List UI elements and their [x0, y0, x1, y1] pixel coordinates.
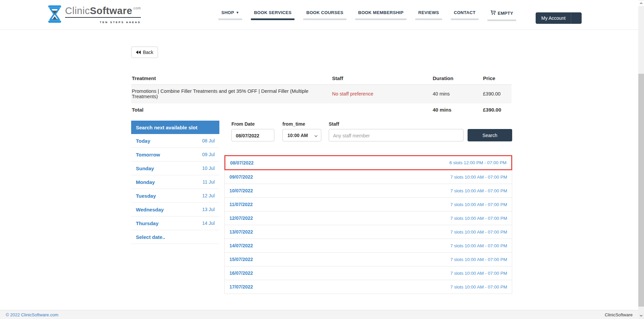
back-button[interactable]: Back: [131, 47, 158, 58]
nav-book-courses-label: BOOK COURSES: [303, 10, 346, 15]
nav-item-shop[interactable]: SHOP▼: [218, 10, 242, 20]
cart-label: EMPTY: [498, 11, 513, 16]
staff-preference-cell: No staff preference: [332, 85, 433, 103]
nav-underline: [415, 18, 442, 20]
slot-row[interactable]: 15/07/2022 7 slots 10:00 AM - 07:00 PM: [224, 253, 512, 266]
sidebar-item-wednesday[interactable]: Wednesday 13 Jul: [131, 203, 219, 216]
nav-underline: [218, 18, 242, 20]
from-date-input[interactable]: [232, 129, 274, 142]
hourglass-logo-icon: [47, 5, 65, 24]
nav-underline: [451, 18, 479, 20]
booking-section: Search next available slot Today 08 Jul …: [131, 121, 512, 294]
from-date-label: From Date: [231, 121, 282, 127]
duration-cell: 40 mins: [433, 85, 483, 103]
slot-row[interactable]: 12/07/2022 7 slots 10:00 AM - 07:00 PM: [224, 211, 512, 225]
chevron-down-icon: ▼: [236, 11, 239, 14]
slot-row[interactable]: 09/07/2022 7 slots 10:00 AM - 07:00 PM: [224, 170, 512, 184]
total-duration-cell: 40 mins: [433, 103, 483, 117]
nav-item-reviews[interactable]: REVIEWS: [415, 10, 442, 20]
nav-shop-label: SHOP: [221, 10, 234, 15]
search-button[interactable]: Search: [468, 129, 512, 141]
nav-book-services-label: BOOK SERVICES: [251, 10, 294, 15]
available-slots-list: 08/07/2022 6 slots 12:00 PM - 07:00 PM 0…: [224, 155, 512, 294]
sidebar-item-thursday[interactable]: Thursday 14 Jul: [131, 216, 219, 230]
treatment-cell: Promotions | Combine Filler Treatments a…: [131, 85, 332, 103]
my-account-split-button: My Account ▼: [536, 12, 582, 24]
col-header-price: Price: [483, 72, 512, 85]
slot-row[interactable]: 14/07/2022 7 slots 10:00 AM - 07:00 PM: [224, 239, 512, 253]
slot-row[interactable]: 17/07/2022 7 slots 10:00 AM - 07:00 PM: [224, 280, 512, 294]
sidebar-item-tomorrow[interactable]: Tomorrow 09 Jul: [131, 148, 219, 162]
logo-wordmark: ClinicSoftware.com: [65, 5, 141, 16]
nav-item-contact[interactable]: CONTACT: [451, 10, 479, 20]
main-content: Back Treatment Staff Duration Price Prom…: [131, 30, 512, 294]
footer-copyright-link[interactable]: © 2022 ClinicSoftware.com: [6, 312, 58, 317]
nav-underline: [487, 19, 516, 21]
nav-item-book-courses[interactable]: BOOK COURSES: [303, 10, 346, 20]
my-account-button[interactable]: My Account: [536, 13, 571, 23]
col-header-staff: Staff: [332, 72, 433, 85]
chevron-down-icon: [314, 132, 318, 138]
sidebar-item-monday[interactable]: Monday 11 Jul: [131, 175, 219, 189]
nav-reviews-label: REVIEWS: [415, 10, 442, 15]
col-header-duration: Duration: [433, 72, 483, 85]
availability-panel: From Date from_time 10:00 AM: [224, 121, 512, 294]
sidebar-item-tuesday[interactable]: Tuesday 12 Jul: [131, 189, 219, 203]
price-cell: £390.00: [483, 85, 512, 103]
my-account-dropdown-toggle[interactable]: ▼: [571, 13, 581, 23]
order-summary-table: Treatment Staff Duration Price Promotion…: [131, 72, 512, 116]
table-header-row: Treatment Staff Duration Price: [131, 72, 512, 85]
main-nav: SHOP▼ BOOK SERVICES BOOK COURSES BOOK ME…: [218, 10, 516, 21]
logo-tld: .com: [132, 6, 141, 10]
back-button-label: Back: [143, 50, 153, 55]
cart-icon: [490, 10, 496, 16]
nav-underline: [355, 18, 407, 20]
staff-label: Staff: [329, 121, 468, 127]
sidebar-title: Search next available slot: [131, 121, 219, 134]
footer: © 2022 ClinicSoftware.com ClinicSoftware: [0, 310, 638, 319]
slot-row[interactable]: 11/07/2022 7 slots 10:00 AM - 07:00 PM: [224, 198, 512, 211]
logo-tagline: TEN STEPS AHEAD: [100, 21, 141, 24]
table-row: Promotions | Combine Filler Treatments a…: [131, 85, 512, 103]
chevron-down-icon: ▼: [575, 16, 578, 20]
page: ClinicSoftware.com TEN STEPS AHEAD SHOP▼…: [0, 0, 644, 319]
from-time-label: from_time: [282, 121, 329, 127]
next-available-slot-panel: Search next available slot Today 08 Jul …: [131, 121, 219, 244]
scroll-down-arrow[interactable]: [638, 313, 644, 318]
total-price-cell: £390.00: [483, 103, 512, 117]
scroll-up-arrow[interactable]: [638, 1, 644, 6]
nav-item-book-services[interactable]: BOOK SERVICES: [251, 10, 294, 20]
nav-contact-label: CONTACT: [451, 10, 479, 15]
sidebar-item-today[interactable]: Today 08 Jul: [131, 134, 219, 148]
slot-row[interactable]: 16/07/2022 7 slots 10:00 AM - 07:00 PM: [224, 266, 512, 280]
sidebar-item-select-date[interactable]: Select date..: [131, 230, 219, 244]
nav-underline-active: [251, 18, 294, 20]
nav-item-book-membership[interactable]: BOOK MEMBERSHIP: [355, 10, 407, 20]
from-time-select[interactable]: 10:00 AM: [282, 129, 321, 141]
nav-underline: [303, 18, 346, 20]
nav-book-membership-label: BOOK MEMBERSHIP: [355, 10, 407, 15]
slot-row[interactable]: 13/07/2022 7 slots 10:00 AM - 07:00 PM: [224, 225, 512, 239]
scrollbar-thumb[interactable]: [638, 74, 644, 307]
logo[interactable]: ClinicSoftware.com TEN STEPS AHEAD: [47, 5, 141, 24]
footer-brand-text: ClinicSoftware: [605, 312, 633, 317]
table-total-row: Total 40 mins £390.00: [131, 103, 512, 117]
nav-item-cart[interactable]: EMPTY: [487, 10, 516, 21]
vertical-scrollbar: [638, 0, 644, 319]
col-header-treatment: Treatment: [131, 72, 332, 85]
slot-search-form: From Date from_time 10:00 AM: [231, 121, 512, 141]
slot-row[interactable]: 10/07/2022 7 slots 10:00 AM - 07:00 PM: [224, 184, 512, 198]
staff-input[interactable]: [329, 129, 463, 142]
rewind-icon: [136, 50, 141, 54]
header: ClinicSoftware.com TEN STEPS AHEAD SHOP▼…: [0, 0, 638, 30]
total-label-cell: Total: [131, 103, 332, 117]
slot-row-selected[interactable]: 08/07/2022 6 slots 12:00 PM - 07:00 PM: [224, 155, 512, 170]
sidebar-item-sunday[interactable]: Sunday 10 Jul: [131, 162, 219, 175]
